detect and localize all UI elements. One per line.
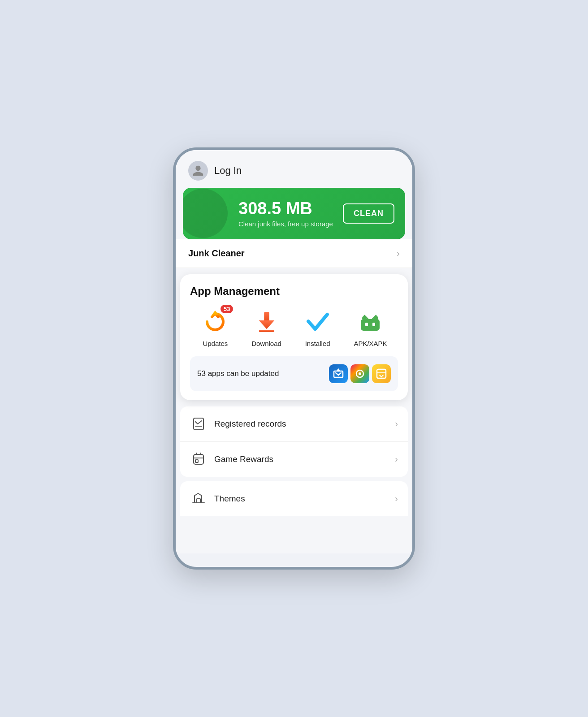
apk-label: APK/XAPK bbox=[354, 340, 387, 347]
app-thumbnails bbox=[329, 364, 391, 383]
chevron-right-icon: › bbox=[395, 454, 398, 464]
download-icon-wrap bbox=[252, 307, 281, 336]
svg-rect-24 bbox=[197, 499, 200, 503]
phone-screen: Log In 308.5 MB Clean junk files, free u… bbox=[176, 150, 412, 553]
svg-rect-8 bbox=[372, 323, 375, 326]
svg-marker-0 bbox=[212, 311, 218, 315]
chevron-right-icon: › bbox=[397, 248, 400, 259]
green-storage-banner: 308.5 MB Clean junk files, free up stora… bbox=[183, 188, 405, 239]
phone-frame: Log In 308.5 MB Clean junk files, free u… bbox=[173, 147, 415, 570]
svg-marker-2 bbox=[259, 320, 274, 329]
svg-rect-11 bbox=[334, 371, 343, 377]
updates-item[interactable]: 53 Updates bbox=[201, 307, 229, 347]
svg-rect-22 bbox=[195, 460, 198, 462]
updates-icon-wrap: 53 bbox=[201, 307, 229, 336]
login-label[interactable]: Log In bbox=[214, 165, 242, 177]
clean-button[interactable]: CLEAN bbox=[343, 203, 394, 224]
download-icon bbox=[257, 311, 277, 333]
apk-icon bbox=[359, 311, 381, 333]
banner-subtitle: Clean junk files, free up storage bbox=[238, 220, 333, 228]
apk-icon-wrap bbox=[356, 307, 385, 336]
registered-records-icon bbox=[190, 415, 207, 432]
junk-cleaner-label: Junk Cleaner bbox=[188, 248, 245, 259]
update-notice[interactable]: 53 apps can be updated bbox=[190, 356, 398, 391]
installed-label: Installed bbox=[305, 340, 330, 347]
junk-cleaner-row[interactable]: Junk Cleaner › bbox=[176, 239, 412, 268]
app-management-title: App Management bbox=[190, 285, 398, 298]
chevron-right-icon: › bbox=[395, 493, 398, 504]
svg-rect-3 bbox=[259, 330, 274, 332]
themes-section: Themes › bbox=[180, 481, 408, 516]
update-notice-text: 53 apps can be updated bbox=[197, 369, 279, 378]
updates-label: Updates bbox=[203, 340, 228, 347]
svg-rect-7 bbox=[365, 323, 368, 326]
themes-icon bbox=[190, 490, 207, 507]
app-management-icons: 53 Updates bbox=[190, 307, 398, 347]
svg-point-15 bbox=[359, 372, 361, 375]
avatar[interactable] bbox=[188, 161, 208, 181]
themes-row[interactable]: Themes › bbox=[180, 481, 408, 516]
banner-content: 308.5 MB Clean junk files, free up stora… bbox=[194, 199, 333, 228]
svg-rect-6 bbox=[361, 319, 380, 331]
storage-size: 308.5 MB bbox=[238, 199, 333, 218]
app-thumb-3 bbox=[372, 364, 391, 383]
download-item[interactable]: Download bbox=[251, 307, 281, 347]
header-bar: Log In bbox=[176, 150, 412, 188]
updates-badge: 53 bbox=[220, 305, 233, 313]
themes-label: Themes bbox=[214, 494, 395, 504]
svg-rect-18 bbox=[194, 418, 203, 430]
svg-rect-20 bbox=[194, 454, 203, 464]
app-management-card: App Management bbox=[180, 274, 408, 400]
registered-records-row[interactable]: Registered records › bbox=[180, 406, 408, 442]
updates-icon bbox=[203, 310, 227, 333]
app-thumb-2 bbox=[350, 364, 369, 383]
registered-records-label: Registered records bbox=[214, 419, 395, 429]
apk-item[interactable]: APK/XAPK bbox=[354, 307, 387, 347]
installed-icon-wrap bbox=[303, 307, 332, 336]
game-rewards-label: Game Rewards bbox=[214, 454, 395, 464]
chevron-right-icon: › bbox=[395, 419, 398, 429]
svg-marker-13 bbox=[337, 368, 340, 371]
menu-list: Registered records › Game Rewards › bbox=[180, 406, 408, 477]
installed-icon bbox=[307, 312, 329, 332]
installed-item[interactable]: Installed bbox=[303, 307, 332, 347]
app-thumb-1 bbox=[329, 364, 348, 383]
game-rewards-row[interactable]: Game Rewards › bbox=[180, 442, 408, 477]
download-label: Download bbox=[251, 340, 281, 347]
game-rewards-icon bbox=[190, 451, 207, 468]
